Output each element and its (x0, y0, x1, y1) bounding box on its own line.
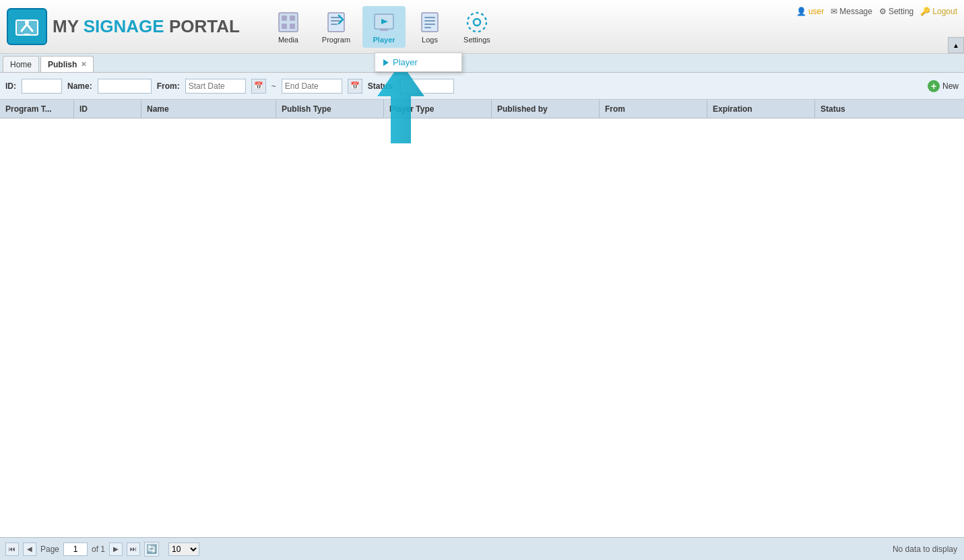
new-button[interactable]: + New (928, 80, 959, 92)
logo: MY SIGNAGE PORTAL (7, 8, 240, 45)
page-of-label: of 1 (92, 545, 105, 554)
status-filter-label: Status: (368, 81, 395, 91)
tab-publish-close[interactable]: ✕ (81, 61, 86, 68)
user-label: user (808, 7, 824, 16)
svg-rect-20 (424, 27, 431, 28)
key-icon: 🔑 (920, 7, 930, 16)
end-date-input[interactable] (282, 79, 342, 94)
id-filter-label: ID: (5, 81, 16, 91)
nav-player-label: Player (373, 36, 395, 44)
tab-home-label: Home (10, 60, 32, 69)
from-filter-label: From: (157, 81, 180, 91)
svg-rect-17 (424, 17, 435, 18)
message-label: Message (839, 7, 872, 16)
setting-link[interactable]: ⚙ Setting (879, 7, 913, 16)
col-program-type: Program T... (0, 100, 74, 118)
start-date-input[interactable] (185, 79, 246, 94)
tab-publish[interactable]: Publish ✕ (40, 56, 94, 72)
nav-settings-label: Settings (463, 36, 490, 44)
col-id: ID (74, 100, 141, 118)
top-right-area: 👤 user ✉ Message ⚙ Setting 🔑 Logout (796, 7, 957, 16)
name-filter-input[interactable] (98, 79, 152, 94)
new-button-icon: + (928, 80, 940, 92)
message-icon: ✉ (831, 7, 837, 16)
first-page-button[interactable]: ⏮ (5, 542, 19, 556)
setting-label: Setting (889, 7, 913, 16)
nav-program[interactable]: Program (313, 6, 360, 48)
next-page-button[interactable]: ▶ (109, 542, 123, 556)
page-label: Page (40, 545, 59, 554)
col-publish-type: Publish Type (276, 100, 384, 118)
svg-rect-12 (331, 24, 338, 25)
logo-signage: SIGNAGE (84, 16, 169, 36)
filter-bar: ID: Name: From: 📅 ~ 📅 Status: + New (0, 73, 964, 100)
svg-rect-6 (290, 15, 295, 21)
tabs-bar: Home Publish ✕ (0, 54, 964, 73)
logo-icon (7, 8, 47, 45)
nav-player[interactable]: Player (362, 6, 406, 48)
end-date-calendar-button[interactable]: 📅 (348, 79, 362, 94)
svg-rect-16 (422, 13, 438, 32)
player-dropdown-menu: Player (375, 53, 462, 72)
svg-point-2 (25, 20, 29, 24)
dropdown-arrow-icon (383, 59, 389, 66)
svg-rect-14 (380, 29, 388, 31)
nav-program-label: Program (322, 36, 350, 44)
svg-point-22 (468, 13, 486, 32)
svg-rect-5 (282, 15, 287, 21)
message-link[interactable]: ✉ Message (831, 7, 872, 16)
nav-media[interactable]: Media (267, 6, 310, 48)
name-filter-label: Name: (67, 81, 92, 91)
dropdown-player-label: Player (393, 57, 418, 67)
nav-settings[interactable]: Settings (454, 6, 500, 48)
col-name: Name (141, 100, 276, 118)
id-filter-input[interactable] (22, 79, 62, 94)
setting-icon: ⚙ (879, 7, 887, 16)
prev-page-button[interactable]: ◀ (23, 542, 36, 556)
tab-home[interactable]: Home (3, 56, 39, 72)
dropdown-player-item[interactable]: Player (375, 53, 461, 71)
col-player-type: Player Type (384, 100, 492, 118)
no-data-label: No data to display (893, 545, 957, 554)
svg-rect-7 (282, 24, 287, 29)
nav-logs-label: Logs (422, 36, 438, 44)
logout-label: Logout (932, 7, 957, 16)
user-icon: 👤 (796, 7, 806, 16)
page-size-select[interactable]: 10 20 50 100 (168, 542, 199, 556)
main-content: ID: Name: From: 📅 ~ 📅 Status: + New Prog… (0, 73, 964, 560)
col-from: From (600, 100, 707, 118)
table-body (0, 118, 964, 560)
logout-link[interactable]: 🔑 Logout (920, 7, 957, 16)
logo-text: MY SIGNAGE PORTAL (53, 16, 240, 37)
svg-rect-19 (424, 24, 435, 25)
svg-rect-9 (328, 13, 344, 32)
page-input[interactable] (63, 542, 88, 556)
svg-rect-3 (24, 34, 30, 36)
collapse-button[interactable]: ▲ (948, 37, 964, 53)
svg-point-21 (474, 19, 480, 26)
logo-my: MY (53, 16, 84, 36)
col-expiration: Expiration (707, 100, 815, 118)
svg-rect-18 (424, 20, 435, 22)
main-nav: Media Program Player (267, 6, 500, 48)
svg-rect-4 (279, 13, 298, 32)
nav-media-label: Media (278, 36, 298, 44)
new-button-label: New (942, 81, 959, 91)
nav-logs[interactable]: Logs (408, 6, 451, 48)
status-filter-input[interactable] (400, 79, 454, 94)
col-status: Status (815, 100, 964, 118)
tab-publish-label: Publish (48, 60, 77, 69)
logo-portal: PORTAL (169, 16, 240, 36)
date-range-separator: ~ (271, 81, 276, 91)
header: MY SIGNAGE PORTAL Media Program (0, 0, 964, 54)
footer: ⏮ ◀ Page of 1 ▶ ⏭ 🔄 10 20 50 100 No data… (0, 537, 964, 560)
col-published-by: Published by (492, 100, 600, 118)
start-date-calendar-button[interactable]: 📅 (251, 79, 266, 94)
table-header: Program T... ID Name Publish Type Player… (0, 100, 964, 118)
refresh-button[interactable]: 🔄 (144, 542, 159, 557)
user-link[interactable]: 👤 user (796, 7, 824, 16)
last-page-button[interactable]: ⏭ (127, 542, 140, 556)
svg-rect-8 (290, 24, 295, 29)
